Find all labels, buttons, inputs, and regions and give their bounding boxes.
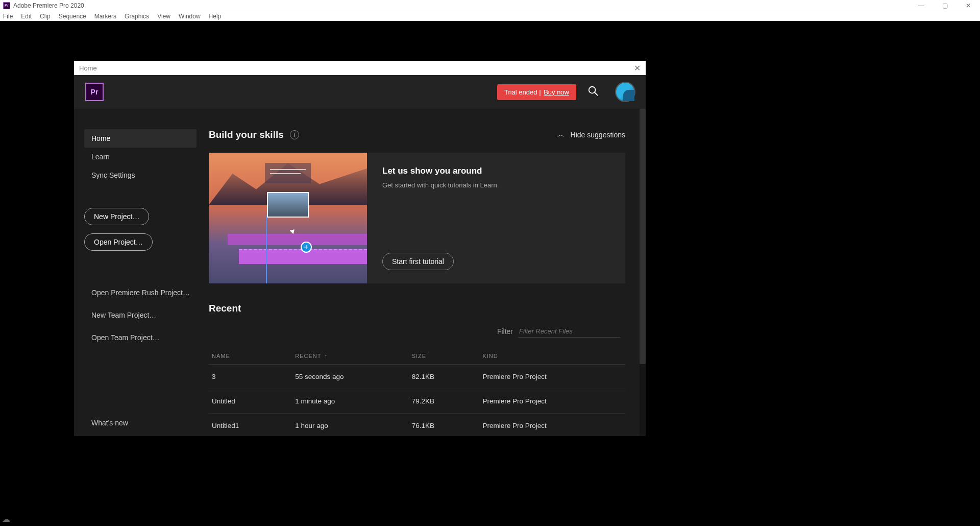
home-main: Build your skills i ︿ Hide suggestions: [207, 109, 646, 436]
info-icon[interactable]: i: [290, 130, 299, 139]
menu-edit[interactable]: Edit: [21, 13, 32, 20]
cell-kind: Premiere Pro Project: [479, 389, 625, 414]
table-row[interactable]: Untitled1 1 hour ago 76.1KB Premiere Pro…: [209, 414, 625, 437]
window-titlebar: Pr Adobe Premiere Pro 2020 — ▢ ✕: [0, 0, 980, 11]
menu-window[interactable]: Window: [179, 13, 201, 20]
cell-size: 82.1KB: [409, 365, 480, 389]
svg-line-1: [595, 92, 598, 95]
col-kind[interactable]: KIND: [482, 353, 498, 359]
window-close-button[interactable]: ✕: [957, 0, 980, 11]
home-panel-title: Home: [79, 64, 97, 72]
col-size[interactable]: SIZE: [412, 353, 426, 359]
cell-recent: 1 hour ago: [292, 414, 408, 437]
open-rush-project-link[interactable]: Open Premiere Rush Project…: [84, 281, 197, 304]
new-team-project-link[interactable]: New Team Project…: [84, 304, 197, 326]
search-icon[interactable]: [587, 85, 599, 99]
cell-size: 79.2KB: [409, 389, 480, 414]
skills-card-thumbnail: +: [209, 153, 367, 283]
plus-icon: +: [301, 242, 312, 253]
buy-now-link[interactable]: Buy now: [544, 88, 569, 96]
skills-card-subtitle: Get started with quick tutorials in Lear…: [382, 181, 610, 189]
menu-view[interactable]: View: [157, 13, 170, 20]
filter-label: Filter: [497, 327, 513, 336]
filter-input[interactable]: [518, 325, 620, 338]
col-name[interactable]: NAME: [212, 353, 230, 359]
account-avatar[interactable]: [616, 83, 634, 101]
cell-name: 3: [209, 365, 292, 389]
menu-help[interactable]: Help: [209, 13, 222, 20]
open-project-button[interactable]: Open Project…: [84, 233, 153, 251]
menu-clip[interactable]: Clip: [40, 13, 51, 20]
table-row[interactable]: 3 55 seconds ago 82.1KB Premiere Pro Pro…: [209, 365, 625, 389]
home-header: Pr Trial ended | Buy now: [74, 75, 646, 109]
sort-arrow-icon: ↑: [324, 353, 328, 359]
home-panel-titlebar: Home ✕: [74, 61, 646, 75]
chevron-up-icon: ︿: [557, 130, 565, 139]
start-tutorial-button[interactable]: Start first tutorial: [382, 253, 454, 270]
recent-table: NAME RECENT↑ SIZE KIND 3 55 seconds ago …: [209, 348, 625, 436]
hide-suggestions-button[interactable]: ︿ Hide suggestions: [557, 130, 625, 139]
cloud-sync-icon[interactable]: ☁: [2, 514, 10, 524]
window-maximize-button[interactable]: ▢: [933, 0, 957, 11]
home-panel-close-button[interactable]: ✕: [634, 63, 641, 73]
menu-markers[interactable]: Markers: [94, 13, 116, 20]
skills-card: + Let us show you around Get started wit…: [209, 153, 625, 283]
skills-card-title: Let us show you around: [382, 166, 610, 176]
cell-recent: 55 seconds ago: [292, 365, 408, 389]
nav-home[interactable]: Home: [84, 129, 197, 148]
cell-name: Untitled: [209, 389, 292, 414]
premiere-logo: Pr: [85, 83, 104, 101]
cell-recent: 1 minute ago: [292, 389, 408, 414]
menubar: File Edit Clip Sequence Markers Graphics…: [0, 11, 980, 21]
table-row[interactable]: Untitled 1 minute ago 79.2KB Premiere Pr…: [209, 389, 625, 414]
menu-file[interactable]: File: [3, 13, 13, 20]
cell-kind: Premiere Pro Project: [479, 365, 625, 389]
open-team-project-link[interactable]: Open Team Project…: [84, 326, 197, 349]
nav-learn[interactable]: Learn: [84, 148, 197, 166]
window-minimize-button[interactable]: —: [910, 0, 933, 11]
whats-new-link[interactable]: What's new: [91, 419, 128, 427]
cell-name: Untitled1: [209, 414, 292, 437]
svg-point-0: [589, 87, 596, 93]
home-sidebar: Home Learn Sync Settings New Project… Op…: [74, 109, 207, 436]
new-project-button[interactable]: New Project…: [84, 208, 149, 225]
recent-section-title: Recent: [209, 303, 625, 314]
menu-graphics[interactable]: Graphics: [125, 13, 149, 20]
app-icon: Pr: [3, 2, 10, 9]
nav-sync-settings[interactable]: Sync Settings: [84, 166, 197, 184]
trial-ended-button[interactable]: Trial ended | Buy now: [497, 84, 576, 100]
app-title: Adobe Premiere Pro 2020: [13, 2, 84, 9]
hide-suggestions-label: Hide suggestions: [571, 131, 625, 139]
col-recent[interactable]: RECENT: [295, 353, 321, 359]
skills-section-title: Build your skills: [209, 129, 284, 140]
home-panel: Home ✕ Pr Trial ended | Buy now Home Lea…: [74, 61, 646, 436]
cell-size: 76.1KB: [409, 414, 480, 437]
cell-kind: Premiere Pro Project: [479, 414, 625, 437]
menu-sequence[interactable]: Sequence: [59, 13, 86, 20]
trial-text: Trial ended: [504, 88, 537, 96]
